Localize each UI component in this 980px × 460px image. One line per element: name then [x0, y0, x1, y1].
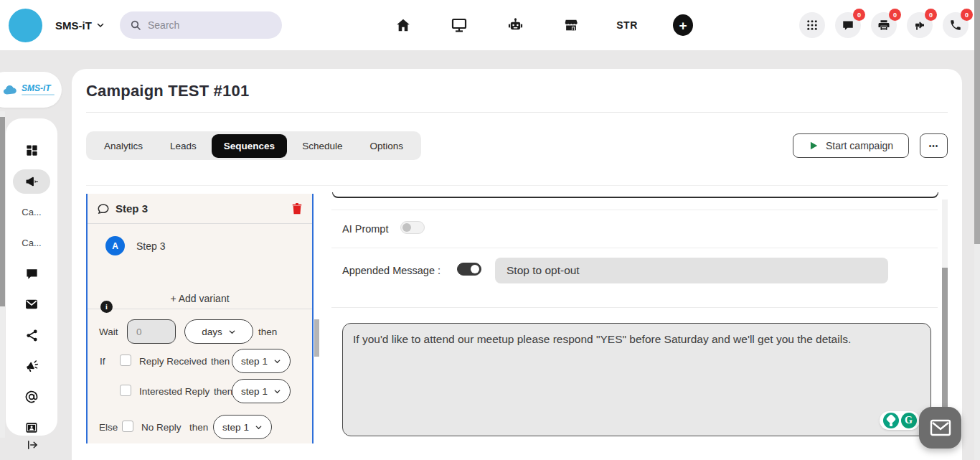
toggle-knob [471, 265, 479, 273]
no-reply-target-select[interactable]: step 1 [213, 415, 272, 439]
toggle-knob [402, 223, 411, 232]
reply-received-checkbox[interactable] [120, 355, 131, 366]
add-button[interactable]: + [673, 15, 693, 35]
robot-icon[interactable] [505, 15, 525, 35]
sidebar-item-campaign-2[interactable]: Ca... [11, 235, 52, 251]
no-reply-checkbox[interactable] [122, 421, 133, 432]
sidebar-scrollbar[interactable] [0, 111, 5, 438]
page-scrollbar[interactable] [974, 0, 980, 460]
calls-button[interactable]: 0 [943, 12, 969, 38]
more-options-button[interactable]: ••• [920, 133, 948, 158]
divider [86, 112, 948, 113]
sidebar-item-promotions[interactable] [11, 358, 52, 374]
tab-sequences[interactable]: Sequences [212, 134, 287, 158]
ellipsis-icon: ••• [929, 142, 939, 150]
sidebar-item-email[interactable] [11, 297, 52, 313]
expand-arrow-icon [26, 439, 39, 451]
chevron-down-icon [228, 328, 236, 336]
tab-leads[interactable]: Leads [158, 134, 209, 158]
ai-prompt-toggle[interactable] [400, 221, 425, 234]
step-panel-scrollbar-thumb[interactable] [314, 319, 319, 357]
wait-unit-select[interactable]: days [184, 319, 253, 344]
grammarly-icon[interactable]: G [901, 413, 917, 428]
printer-icon [877, 19, 890, 32]
variant-section: A Step 3 i + Add variant [88, 224, 312, 309]
chevron-down-icon [255, 423, 263, 431]
appended-message-input[interactable] [495, 258, 888, 283]
if-label: If [100, 356, 105, 367]
chevron-down-icon [273, 388, 281, 395]
divider [331, 210, 938, 210]
tab-schedule[interactable]: Schedule [290, 134, 354, 158]
start-campaign-button[interactable]: Start campaign [793, 133, 909, 158]
then-label: then [189, 422, 208, 433]
store-icon[interactable] [561, 15, 581, 35]
avatar[interactable] [9, 9, 42, 42]
dashboard-icon [25, 144, 39, 157]
add-variant-button[interactable]: + Add variant [88, 293, 312, 304]
sidebar-item-messages[interactable] [11, 266, 52, 282]
sidebar-item-campaign-1[interactable]: Ca... [11, 205, 52, 220]
start-campaign-label: Start campaign [826, 140, 893, 151]
divider [331, 248, 938, 248]
campaign-tabs: Analytics Leads Sequences Schedule Optio… [86, 131, 421, 160]
chevron-down-icon [273, 357, 281, 365]
chat-bubble-icon [25, 267, 39, 281]
sidebar-logo-tagline [22, 94, 55, 95]
apps-grid-icon [806, 19, 819, 32]
message-editor: AI Prompt Appended Message : If you'd li… [331, 192, 948, 443]
calls-badge: 0 [961, 9, 973, 21]
target-value: step 1 [241, 356, 268, 367]
home-icon[interactable] [393, 15, 413, 35]
sidebar-item-contacts[interactable] [11, 420, 52, 436]
plus-icon: + [673, 14, 693, 36]
campaigns-button[interactable]: 0 [907, 12, 933, 38]
str-shortcut[interactable]: STR [617, 15, 637, 35]
bulb-icon[interactable] [883, 413, 899, 428]
page-scrollbar-thumb[interactable] [974, 0, 980, 244]
sidebar-item-mentions[interactable] [11, 389, 52, 405]
message-textarea[interactable]: If you'd like to attend our meetup pleas… [342, 323, 931, 436]
reply-received-target-select[interactable]: step 1 [232, 349, 291, 373]
clipped-field-edge [332, 192, 938, 198]
interested-reply-target-select[interactable]: step 1 [232, 379, 291, 403]
wait-section: Wait days then If Reply Received then st… [88, 309, 312, 443]
chat-launcher-button[interactable] [919, 407, 961, 449]
appended-message-label: Appended Message : [342, 265, 440, 276]
sidebar-item-dashboard[interactable] [11, 143, 52, 159]
tab-options[interactable]: Options [357, 134, 415, 158]
search-bar[interactable] [120, 11, 282, 39]
variant-a-badge[interactable]: A [105, 236, 125, 255]
sidebar-item-label: Ca... [22, 238, 41, 248]
comment-outline-icon [97, 202, 110, 215]
megaphone-sparks-icon [24, 359, 39, 373]
sidebar-expand-button[interactable] [23, 436, 42, 454]
wait-label: Wait [99, 327, 118, 337]
delete-step-button[interactable] [291, 202, 303, 215]
step-title: Step 3 [116, 202, 148, 215]
interested-reply-checkbox[interactable] [120, 385, 131, 396]
apps-grid-button[interactable] [799, 12, 825, 38]
desktop-icon[interactable] [449, 15, 469, 35]
appended-message-toggle[interactable] [457, 263, 481, 276]
sidebar-scrollbar-thumb[interactable] [0, 117, 5, 306]
divider [86, 185, 948, 186]
variant-label: Step 3 [136, 240, 165, 252]
sidebar-logo[interactable]: SMS-iT [0, 72, 62, 108]
search-input[interactable] [148, 19, 263, 31]
campaigns-badge: 0 [925, 9, 937, 21]
sidebar-item-campaigns[interactable] [11, 174, 52, 189]
envelope-icon [24, 297, 39, 311]
workspace-switcher[interactable]: SMS-iT [55, 0, 105, 50]
messages-button[interactable]: 0 [835, 12, 861, 38]
ai-prompt-label: AI Prompt [342, 223, 388, 235]
no-reply-label: No Reply [141, 422, 182, 433]
sidebar-item-share[interactable] [11, 327, 52, 343]
wait-value-input[interactable] [127, 319, 176, 344]
divider [331, 307, 938, 308]
tab-analytics[interactable]: Analytics [92, 134, 155, 158]
print-button[interactable]: 0 [871, 12, 897, 38]
target-value: step 1 [222, 422, 249, 433]
then-label: then [211, 356, 230, 367]
else-label: Else [99, 422, 118, 433]
